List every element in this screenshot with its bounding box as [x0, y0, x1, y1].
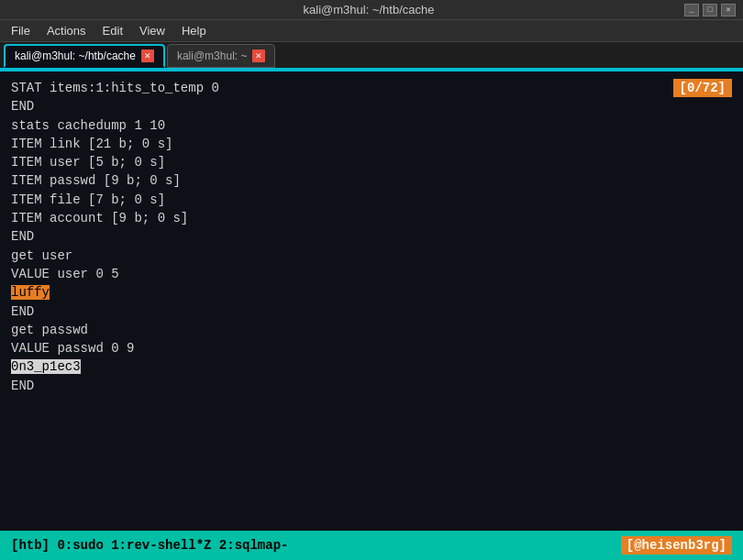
title-bar: kali@m3hul: ~/htb/cache _ □ ✕ — [0, 0, 743, 20]
terminal-output: STAT items:1:hits_to_temp 0 END stats ca… — [11, 79, 732, 395]
menu-actions[interactable]: Actions — [39, 22, 94, 39]
status-left: [htb] 0:sudo 1:rev-shell*Z 2:sqlmap- — [11, 538, 288, 553]
close-button[interactable]: ✕ — [721, 4, 736, 16]
window-title: kali@m3hul: ~/htb/cache — [53, 3, 684, 16]
minimize-button[interactable]: _ — [684, 4, 699, 16]
menu-edit[interactable]: Edit — [95, 22, 130, 39]
status-right: [@heisenb3rg] — [621, 536, 732, 555]
tab-home-label: kali@m3hul: ~ — [177, 49, 248, 62]
tab-cache-label: kali@m3hul: ~/htb/cache — [15, 49, 136, 62]
maximize-button[interactable]: □ — [703, 4, 717, 16]
menu-view[interactable]: View — [132, 22, 172, 39]
menu-help[interactable]: Help — [174, 22, 214, 39]
window-controls: _ □ ✕ — [684, 4, 736, 16]
highlighted-value-orange: luffy — [11, 285, 50, 300]
menu-file[interactable]: File — [4, 22, 38, 39]
line-counter: [0/72] — [673, 79, 732, 97]
status-bar: [htb] 0:sudo 1:rev-shell*Z 2:sqlmap- [@h… — [0, 531, 743, 560]
menu-bar: File Actions Edit View Help — [0, 20, 743, 42]
tab-cache[interactable]: kali@m3hul: ~/htb/cache ✕ — [4, 44, 165, 68]
tab-home-close[interactable]: ✕ — [252, 49, 265, 62]
terminal-area: [0/72] STAT items:1:hits_to_temp 0 END s… — [0, 70, 743, 531]
tab-home[interactable]: kali@m3hul: ~ ✕ — [167, 44, 276, 68]
highlighted-value-white: 0n3_p1ec3 — [11, 359, 81, 374]
tab-cache-close[interactable]: ✕ — [141, 49, 154, 62]
tab-bar: kali@m3hul: ~/htb/cache ✕ kali@m3hul: ~ … — [0, 42, 743, 70]
